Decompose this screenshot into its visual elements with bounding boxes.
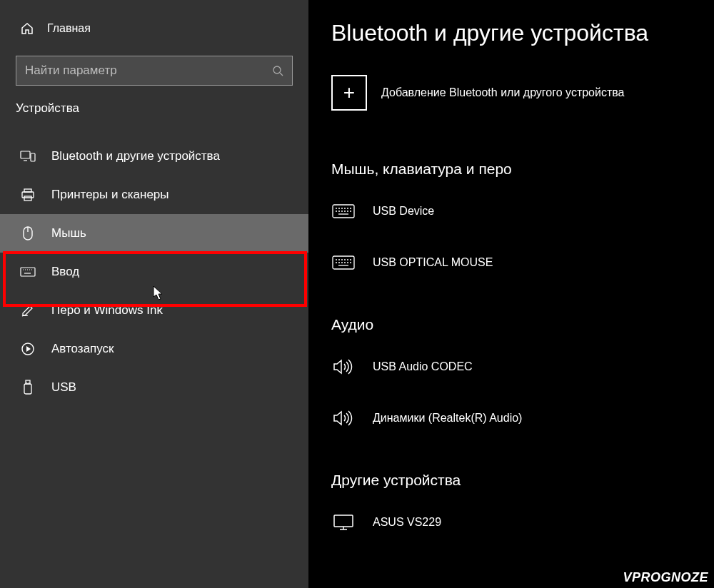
- section-heading: Аудио: [331, 316, 691, 333]
- svg-line-1: [280, 73, 283, 76]
- sidebar-item-label: Bluetooth и другие устройства: [51, 149, 220, 163]
- section-audio: Аудио USB Audio CODEC: [331, 316, 691, 452]
- monitor-icon: [331, 513, 356, 532]
- page-title: Bluetooth и другие устройства: [331, 20, 691, 46]
- device-name: ASUS VS229: [373, 516, 441, 529]
- add-device-button[interactable]: + Добавление Bluetooth или другого устро…: [331, 75, 691, 111]
- sidebar-item-mouse[interactable]: Мышь: [0, 214, 308, 253]
- keyboard-icon: [20, 264, 36, 280]
- sidebar-item-label: Принтеры и сканеры: [51, 188, 169, 202]
- speaker-icon: [331, 409, 356, 427]
- device-name: USB Audio CODEC: [373, 360, 473, 373]
- devices-icon: [20, 148, 36, 164]
- device-item[interactable]: USB Audio CODEC: [331, 349, 691, 400]
- mouse-icon: [20, 225, 36, 241]
- section-other: Другие устройства ASUS VS229: [331, 472, 691, 556]
- sidebar-home-label: Главная: [47, 22, 91, 35]
- svg-rect-10: [21, 268, 35, 276]
- watermark: VPROGNOZE: [623, 570, 708, 585]
- printer-icon: [20, 187, 36, 203]
- sidebar-item-bluetooth[interactable]: Bluetooth и другие устройства: [0, 137, 308, 176]
- sidebar-nav: Bluetooth и другие устройства Принтеры и…: [0, 137, 308, 407]
- sidebar-item-label: Автозапуск: [51, 342, 114, 356]
- usb-icon: [20, 380, 36, 395]
- sidebar-home[interactable]: Главная: [0, 13, 308, 50]
- cursor-icon: [153, 285, 166, 301]
- home-icon: [20, 21, 34, 36]
- keyboard-icon: [331, 253, 356, 272]
- device-name: USB Device: [373, 205, 434, 218]
- svg-rect-4: [31, 153, 35, 161]
- sidebar-item-label: USB: [51, 380, 76, 395]
- section-heading: Мышь, клавиатура и перо: [331, 161, 691, 178]
- search-field[interactable]: [25, 64, 272, 78]
- speaker-icon: [331, 358, 356, 376]
- sidebar-category: Устройства: [0, 101, 308, 128]
- svg-rect-51: [334, 515, 353, 527]
- sidebar-item-label: Ввод: [51, 265, 79, 279]
- device-item[interactable]: ASUS VS229: [331, 505, 691, 556]
- svg-rect-7: [24, 196, 31, 201]
- main-content: Bluetooth и другие устройства + Добавлен…: [308, 0, 714, 588]
- device-name: Динамики (Realtek(R) Audio): [373, 412, 522, 425]
- search-icon: [272, 65, 283, 76]
- sidebar-item-usb[interactable]: USB: [0, 368, 308, 407]
- device-item[interactable]: USB OPTICAL MOUSE: [331, 245, 691, 296]
- sidebar-item-printers[interactable]: Принтеры и сканеры: [0, 176, 308, 214]
- device-name: USB OPTICAL MOUSE: [373, 256, 493, 269]
- svg-rect-20: [24, 384, 31, 394]
- section-mouse-keyboard: Мышь, клавиатура и перо USB Device: [331, 161, 691, 296]
- keyboard-icon: [331, 202, 356, 220]
- search-input[interactable]: [16, 56, 293, 86]
- autoplay-icon: [20, 341, 36, 357]
- svg-rect-2: [21, 151, 30, 158]
- svg-point-0: [273, 66, 281, 74]
- pen-icon: [20, 303, 36, 318]
- device-item[interactable]: USB Device: [331, 193, 691, 245]
- svg-marker-18: [26, 346, 31, 352]
- device-item[interactable]: Динамики (Realtek(R) Audio): [331, 400, 691, 452]
- section-heading: Другие устройства: [331, 472, 691, 489]
- sidebar-item-label: Мышь: [51, 226, 86, 240]
- sidebar-item-label: Перо и Windows Ink: [51, 303, 163, 318]
- sidebar-item-autoplay[interactable]: Автозапуск: [0, 330, 308, 368]
- add-device-label: Добавление Bluetooth или другого устройс…: [381, 86, 625, 99]
- plus-icon: +: [331, 75, 367, 111]
